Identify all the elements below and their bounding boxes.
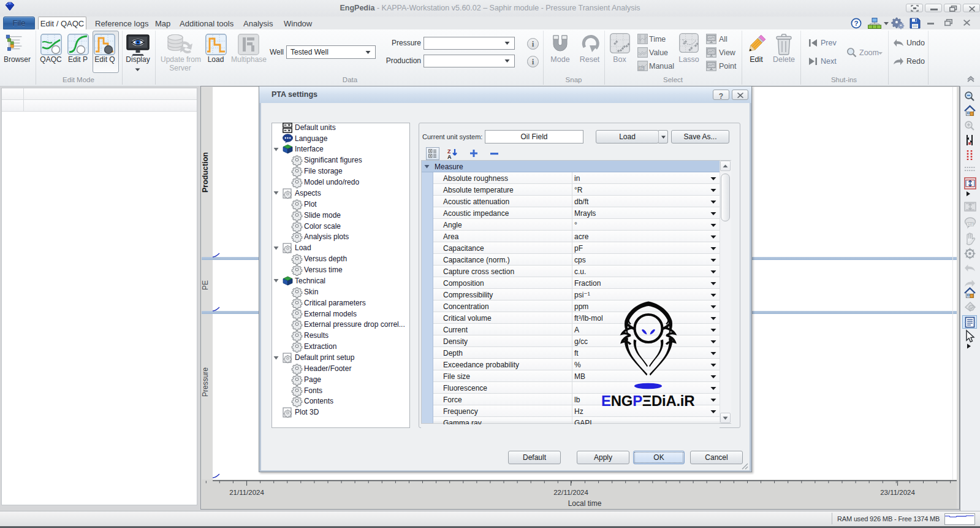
svg-text:A: A <box>447 154 452 160</box>
svg-text:Pressure: Pressure <box>201 367 210 397</box>
svg-text:123: 123 <box>968 223 973 226</box>
svg-text:Z: Z <box>447 148 451 155</box>
svg-text:PE: PE <box>201 280 210 290</box>
svg-text:123: 123 <box>639 67 644 70</box>
svg-text:?: ? <box>854 20 858 27</box>
svg-text:Production: Production <box>201 152 210 193</box>
